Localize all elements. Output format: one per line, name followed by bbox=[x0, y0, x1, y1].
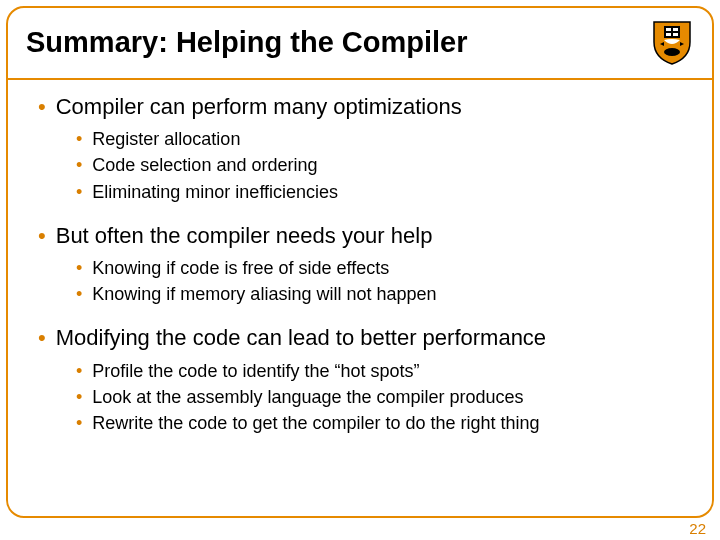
sub-bullet: •Look at the assembly language the compi… bbox=[76, 384, 692, 410]
university-crest-icon bbox=[650, 18, 694, 66]
sub-bullet-text: Knowing if code is free of side effects bbox=[92, 255, 389, 281]
main-bullet: • Compiler can perform many optimization… bbox=[38, 94, 692, 120]
bullet-dot-icon: • bbox=[76, 152, 82, 178]
svg-point-5 bbox=[664, 48, 680, 56]
main-bullet: • But often the compiler needs your help bbox=[38, 223, 692, 249]
bullet-dot-icon: • bbox=[38, 223, 46, 249]
main-bullet-text: Compiler can perform many optimizations bbox=[56, 94, 462, 120]
sub-bullet-text: Register allocation bbox=[92, 126, 240, 152]
main-bullet-text: Modifying the code can lead to better pe… bbox=[56, 325, 546, 351]
slide-content: • Compiler can perform many optimization… bbox=[8, 80, 712, 450]
bullet-dot-icon: • bbox=[76, 358, 82, 384]
main-bullet-text: But often the compiler needs your help bbox=[56, 223, 433, 249]
svg-rect-2 bbox=[673, 28, 678, 31]
bullet-dot-icon: • bbox=[76, 179, 82, 205]
sub-list: •Knowing if code is free of side effects… bbox=[76, 255, 692, 307]
main-bullet: • Modifying the code can lead to better … bbox=[38, 325, 692, 351]
sub-bullet-text: Profile the code to identify the “hot sp… bbox=[92, 358, 419, 384]
sub-bullet-text: Eliminating minor inefficiencies bbox=[92, 179, 338, 205]
sub-bullet-text: Code selection and ordering bbox=[92, 152, 317, 178]
sub-bullet: •Code selection and ordering bbox=[76, 152, 692, 178]
svg-rect-3 bbox=[666, 33, 671, 36]
svg-rect-0 bbox=[664, 26, 680, 38]
bullet-dot-icon: • bbox=[76, 126, 82, 152]
bullet-dot-icon: • bbox=[76, 281, 82, 307]
sub-list: •Profile the code to identify the “hot s… bbox=[76, 358, 692, 436]
sub-bullet: •Knowing if memory aliasing will not hap… bbox=[76, 281, 692, 307]
slide-frame: Summary: Helping the Compiler • Compiler… bbox=[6, 6, 714, 518]
svg-rect-1 bbox=[666, 28, 671, 31]
bullet-dot-icon: • bbox=[76, 410, 82, 436]
page-number: 22 bbox=[689, 520, 706, 537]
slide-title: Summary: Helping the Compiler bbox=[26, 26, 468, 59]
bullet-dot-icon: • bbox=[76, 255, 82, 281]
sub-bullet: •Profile the code to identify the “hot s… bbox=[76, 358, 692, 384]
sub-bullet-text: Look at the assembly language the compil… bbox=[92, 384, 523, 410]
sub-bullet-text: Knowing if memory aliasing will not happ… bbox=[92, 281, 436, 307]
svg-rect-4 bbox=[673, 33, 678, 36]
sub-bullet: •Register allocation bbox=[76, 126, 692, 152]
bullet-dot-icon: • bbox=[38, 325, 46, 351]
sub-bullet-text: Rewrite the code to get the compiler to … bbox=[92, 410, 539, 436]
sub-list: •Register allocation •Code selection and… bbox=[76, 126, 692, 204]
sub-bullet: •Rewrite the code to get the compiler to… bbox=[76, 410, 692, 436]
bullet-dot-icon: • bbox=[76, 384, 82, 410]
bullet-dot-icon: • bbox=[38, 94, 46, 120]
title-bar: Summary: Helping the Compiler bbox=[8, 8, 712, 80]
sub-bullet: •Eliminating minor inefficiencies bbox=[76, 179, 692, 205]
sub-bullet: •Knowing if code is free of side effects bbox=[76, 255, 692, 281]
